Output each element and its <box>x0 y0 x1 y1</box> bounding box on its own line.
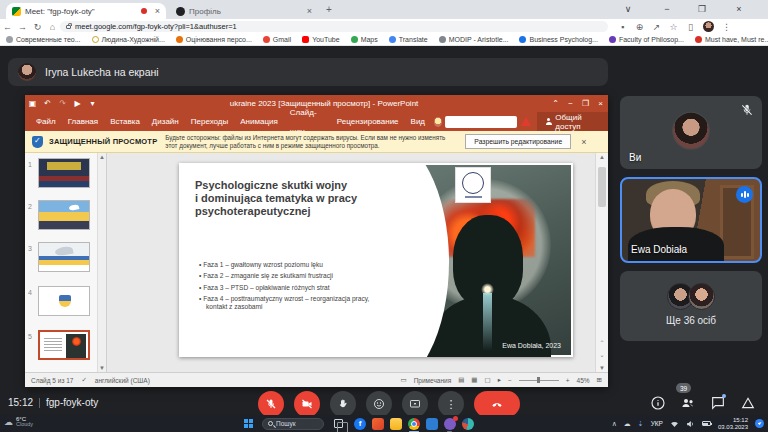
scroll-up-icon[interactable]: ▲ <box>596 153 608 160</box>
bookmark-item[interactable]: Must have, Must re... <box>695 36 768 43</box>
participant-tile-others[interactable]: Ще 36 осіб <box>620 271 762 341</box>
qat-more-icon[interactable]: ▾ <box>85 99 100 108</box>
bookmark-item[interactable]: Translate <box>389 36 428 43</box>
view-sorter-icon[interactable]: ▦ <box>471 376 477 384</box>
main-scrollbar[interactable]: ▲ ⌃ ⌄ ▼ <box>595 153 608 372</box>
notes-icon[interactable]: ▭ <box>401 376 407 384</box>
scroll-up-icon[interactable]: ▲ <box>98 153 106 160</box>
enable-editing-button[interactable]: Разрешить редактирование <box>465 134 571 149</box>
slide-thumbnail-1[interactable] <box>38 158 90 188</box>
tab-close-icon[interactable]: × <box>307 6 312 16</box>
bookmark-item[interactable]: Maps <box>351 36 378 43</box>
redo-icon[interactable]: ↷ <box>55 99 70 108</box>
language-indicator[interactable]: УКР <box>651 420 663 427</box>
activities-icon[interactable] <box>740 395 756 411</box>
reload-button[interactable]: ↻ <box>30 22 45 32</box>
scroll-down-icon[interactable]: ▼ <box>98 365 106 371</box>
save-icon[interactable]: ▣ <box>25 99 40 108</box>
ribbon-search-input[interactable] <box>445 116 517 128</box>
zoom-slider[interactable] <box>519 380 559 381</box>
slideshow-icon[interactable]: ▶ <box>70 99 85 108</box>
previous-slide-icon[interactable]: ⌃ <box>596 339 608 346</box>
zoom-icon[interactable]: ⊕ <box>631 22 648 32</box>
start-button[interactable] <box>244 419 253 428</box>
ribbon-tab-home[interactable]: Главная <box>62 112 104 131</box>
tray-onedrive-icon[interactable]: ☁ <box>624 420 631 428</box>
ppt-restore-button[interactable]: ❐ <box>578 99 593 108</box>
taskbar-weather-widget[interactable]: ☁ 6°C Cloudy <box>4 416 33 428</box>
zoom-level[interactable]: 45% <box>577 377 590 384</box>
bookmark-item[interactable]: Business Psycholog... <box>519 36 597 43</box>
tray-hidden-icons-chevron[interactable]: ∧ <box>612 420 617 428</box>
participant-tile-speaker[interactable]: Ewa Dobiała <box>620 177 762 263</box>
app-icon-blue-app[interactable] <box>426 418 438 430</box>
side-panel-icon[interactable]: ▯ <box>682 22 699 32</box>
browser-profile-avatar[interactable] <box>703 21 714 32</box>
app-icon-facebook[interactable]: f <box>354 418 366 430</box>
view-reading-icon[interactable]: ▢ <box>485 376 491 384</box>
zoom-in-button[interactable]: + <box>566 377 570 384</box>
bookmark-item[interactable]: Современные тео... <box>6 36 81 43</box>
window-restore-button[interactable]: ❐ <box>690 4 714 14</box>
slide-thumbnail-4[interactable] <box>38 286 90 316</box>
task-view-icon[interactable] <box>334 419 343 428</box>
ribbon-tab-file[interactable]: Файл <box>30 112 62 131</box>
slide-thumbnail-5-selected[interactable] <box>38 330 90 360</box>
back-button[interactable]: ← <box>0 22 15 32</box>
slide-thumbnail-2[interactable] <box>38 200 90 230</box>
camera-toggle-button[interactable] <box>294 391 320 417</box>
home-button[interactable]: ⌂ <box>45 22 60 32</box>
forward-button[interactable]: → <box>15 22 30 32</box>
participants-icon[interactable] <box>680 395 696 411</box>
thumbnail-scrollbar[interactable]: ▲ ▼ <box>97 153 106 372</box>
slide-thumbnail-3[interactable] <box>38 242 90 272</box>
participant-tile-you[interactable]: Ви <box>620 96 762 169</box>
tab-search-icon[interactable]: ∨ <box>616 4 640 14</box>
ribbon-tab-transitions[interactable]: Переходы <box>185 112 235 131</box>
notes-toggle[interactable]: Примечания <box>414 377 452 384</box>
zoom-slider-thumb[interactable] <box>537 377 540 383</box>
tab-meet[interactable]: Meet: "fgp-foyk-oty" × <box>6 3 166 19</box>
ribbon-options-icon[interactable]: ⌃ <box>548 99 563 108</box>
window-close-button[interactable]: × <box>727 4 751 14</box>
battery-icon[interactable] <box>702 421 711 426</box>
app-icon-round-app[interactable] <box>462 418 474 430</box>
share-icon[interactable]: ↗ <box>648 22 665 32</box>
ppt-minimize-button[interactable]: − <box>563 99 578 108</box>
bookmark-item[interactable]: YouTube <box>302 36 340 43</box>
leave-call-button[interactable] <box>474 391 520 417</box>
tab-profile[interactable]: Профіль × <box>170 3 318 19</box>
taskbar-search[interactable]: Пошук <box>262 418 324 430</box>
view-slideshow-icon[interactable]: ▸ <box>498 376 501 384</box>
mic-toggle-button[interactable] <box>258 391 284 417</box>
call-info-icon[interactable] <box>650 395 666 411</box>
bookmark-item[interactable]: Людина-Художній... <box>92 36 165 43</box>
bookmark-star-icon[interactable]: ☆ <box>665 22 682 32</box>
more-options-button[interactable]: ⋮ <box>438 391 464 417</box>
ribbon-tab-design[interactable]: Дизайн <box>146 112 185 131</box>
app-icon-file-explorer[interactable] <box>390 418 402 430</box>
zoom-out-button[interactable]: − <box>508 377 512 384</box>
address-bar[interactable]: meet.google.com/fgp-foyk-oty?pli=1&authu… <box>60 21 608 32</box>
tab-close-icon[interactable]: × <box>155 6 160 16</box>
app-icon-mail[interactable] <box>372 418 384 430</box>
fit-to-window-icon[interactable]: ⊞ <box>597 376 602 384</box>
extension-icon[interactable]: ▪ <box>614 22 631 32</box>
language-status[interactable]: английский (США) <box>95 377 150 384</box>
bookmark-item[interactable]: Faculty of Philosop... <box>609 36 684 43</box>
spellcheck-icon[interactable]: ✓ <box>81 376 86 384</box>
window-minimize-button[interactable]: − <box>655 4 679 14</box>
scroll-down-icon[interactable]: ▼ <box>596 365 608 371</box>
app-icon-viber[interactable] <box>444 418 456 430</box>
next-slide-icon[interactable]: ⌄ <box>596 351 608 358</box>
browser-menu-icon[interactable]: ⋮ <box>718 22 735 32</box>
undo-icon[interactable]: ↶ <box>40 99 55 108</box>
tray-download-icon[interactable]: ⇣ <box>638 420 644 428</box>
bookmark-item[interactable]: Gmail <box>263 36 291 43</box>
ribbon-tab-insert[interactable]: Вставка <box>104 112 146 131</box>
present-screen-button[interactable] <box>402 391 428 417</box>
new-tab-button[interactable]: + <box>326 4 332 15</box>
app-icon-chrome-active[interactable] <box>408 418 420 430</box>
scrollbar-thumb[interactable] <box>598 167 606 207</box>
bookmark-item[interactable]: MODIP - Aristotle... <box>439 36 509 43</box>
